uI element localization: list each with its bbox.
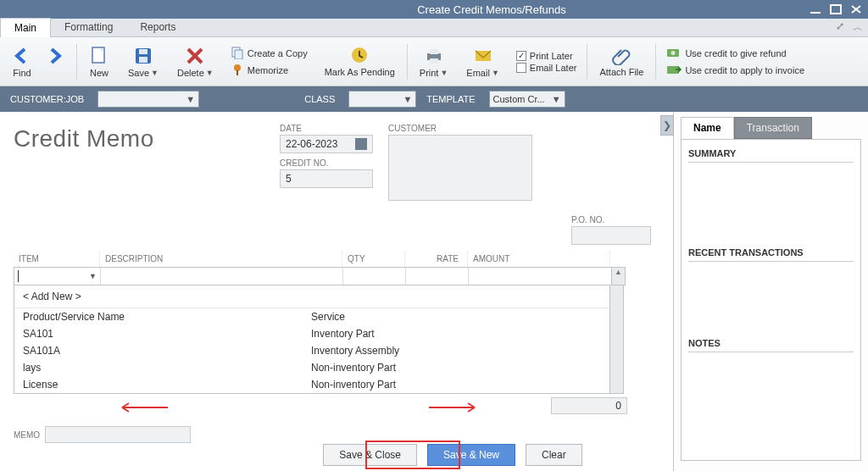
print-later-checkbox[interactable]: Print Later	[516, 51, 577, 61]
printer-icon	[424, 46, 444, 66]
col-qty: QTY	[342, 251, 405, 267]
expand-icon[interactable]: ⤢	[836, 20, 844, 35]
tab-main[interactable]: Main	[0, 18, 51, 37]
toolbar: Find New Save▼ Delete▼ Create a Copy Mem…	[0, 37, 868, 86]
svg-rect-4	[139, 49, 147, 54]
copy-icon	[231, 46, 244, 61]
delete-button[interactable]: Delete▼	[170, 39, 220, 85]
mark-pending-button[interactable]: Mark As Pending	[318, 39, 402, 85]
item-cell[interactable]: ▼	[14, 268, 101, 285]
titlebar: Create Credit Memos/Refunds	[0, 0, 868, 19]
save-button[interactable]: Save▼	[121, 39, 165, 85]
item-dropdown-row[interactable]: LicenseNon-inventory Part	[14, 376, 609, 393]
po-label: P.O. NO.	[571, 215, 651, 224]
scrollbar[interactable]: ▲	[612, 267, 626, 285]
svg-rect-1	[831, 5, 841, 14]
item-dropdown-row[interactable]: SA101AInventory Assembly	[14, 342, 609, 359]
rate-cell[interactable]	[406, 268, 469, 285]
email-later-checkbox[interactable]: Email Later	[516, 63, 577, 73]
memo-input[interactable]	[45, 426, 191, 443]
item-dropdown: < Add New > Product/Service NameServiceS…	[14, 285, 610, 394]
content-area: Credit Memo DATE 22-06-2023 CREDIT NO. 5…	[0, 112, 673, 471]
arrow-right-icon	[44, 46, 64, 66]
print-button[interactable]: Print▼	[413, 39, 455, 85]
new-doc-icon	[89, 46, 109, 66]
copy-memorize-group: Create a Copy Memorize	[225, 46, 313, 78]
memorize-button[interactable]: Memorize	[231, 63, 308, 78]
clear-button[interactable]: Clear	[526, 444, 582, 466]
attach-file-button[interactable]: Attach File	[593, 39, 650, 85]
credit-no-label: CREDIT NO.	[280, 158, 373, 168]
collapse-panel-icon[interactable]: ❯	[660, 115, 674, 136]
class-select[interactable]: ▼	[348, 91, 416, 108]
side-tab-name[interactable]: Name	[681, 117, 734, 139]
po-input[interactable]	[571, 226, 651, 245]
window-title: Create Credit Memos/Refunds	[175, 3, 809, 16]
save-new-button[interactable]: Save & New	[427, 444, 515, 466]
svg-rect-0	[810, 12, 821, 14]
save-icon	[133, 46, 153, 66]
svg-rect-9	[236, 70, 238, 75]
customer-job-label: CUSTOMER:JOB	[10, 94, 84, 104]
svg-point-8	[234, 64, 241, 71]
ribbon-tabs: Main Formatting Reports ⤢ ︿	[0, 19, 868, 37]
credit-actions-group: Use credit to give refund Use credit to …	[661, 46, 810, 78]
credit-no-input[interactable]: 5	[280, 169, 373, 188]
svg-rect-5	[139, 57, 147, 63]
customer-label: CUSTOMER	[388, 124, 532, 133]
col-rate: RATE	[405, 251, 468, 267]
new-button[interactable]: New	[82, 39, 116, 85]
arrow-left-icon	[12, 46, 32, 66]
template-select[interactable]: Custom Cr...▼	[489, 91, 565, 108]
template-label: TEMPLATE	[426, 94, 475, 104]
side-summary-heading: SUMMARY	[688, 148, 854, 163]
maximize-icon[interactable]	[829, 3, 843, 15]
table-row[interactable]: ▼	[14, 267, 612, 285]
side-tab-transaction[interactable]: Transaction	[734, 117, 812, 139]
calendar-icon[interactable]	[355, 138, 367, 150]
date-input[interactable]: 22-06-2023	[280, 135, 373, 153]
col-description: DESCRIPTION	[100, 251, 342, 267]
qty-cell[interactable]	[343, 268, 406, 285]
create-copy-button[interactable]: Create a Copy	[231, 46, 308, 61]
description-cell[interactable]	[101, 268, 343, 285]
side-notes-heading: NOTES	[688, 338, 854, 352]
memo-label: MEMO	[14, 430, 40, 440]
credit-refund-button[interactable]: Use credit to give refund	[666, 46, 804, 61]
item-dropdown-row[interactable]: SA101Inventory Part	[14, 325, 609, 342]
email-icon	[473, 46, 493, 66]
minimize-icon[interactable]	[809, 3, 822, 15]
later-group: Print Later Email Later	[511, 51, 582, 73]
delete-icon	[185, 46, 205, 66]
credit-invoice-button[interactable]: Use credit to apply to invoice	[666, 63, 804, 78]
svg-rect-12	[430, 49, 438, 54]
save-close-button[interactable]: Save & Close	[323, 444, 417, 466]
date-label: DATE	[280, 124, 373, 133]
collapse-ribbon-icon[interactable]: ︿	[853, 20, 863, 35]
line-items-table: ITEM DESCRIPTION QTY RATE AMOUNT ▼ ▲	[14, 251, 659, 394]
tab-reports[interactable]: Reports	[126, 18, 189, 37]
close-icon[interactable]	[849, 3, 863, 15]
svg-rect-13	[430, 58, 438, 64]
apply-invoice-icon	[666, 63, 682, 78]
email-button[interactable]: Email▼	[459, 39, 505, 85]
pending-icon	[349, 45, 370, 65]
item-dropdown-row[interactable]: Product/Service NameService	[14, 308, 609, 325]
side-recent-heading: RECENT TRANSACTIONS	[688, 247, 854, 262]
pin-icon	[231, 63, 244, 78]
chevron-down-icon[interactable]: ▼	[89, 272, 97, 280]
subheader: CUSTOMER:JOB ▼ CLASS ▼ TEMPLATE Custom C…	[0, 86, 868, 112]
customer-display	[388, 135, 532, 201]
paperclip-icon	[611, 45, 632, 65]
customer-job-select[interactable]: ▼	[97, 91, 199, 108]
nav-forward-button[interactable]	[37, 39, 71, 85]
svg-rect-7	[235, 50, 242, 59]
tab-formatting[interactable]: Formatting	[51, 18, 126, 37]
add-new-item[interactable]: < Add New >	[14, 285, 609, 308]
col-item: ITEM	[14, 251, 100, 267]
nav-back-button[interactable]: Find	[5, 39, 39, 85]
item-dropdown-row[interactable]: laysNon-inventory Part	[14, 359, 609, 376]
svg-point-16	[671, 51, 676, 55]
col-amount: AMOUNT	[468, 251, 610, 267]
amount-cell[interactable]	[469, 268, 611, 285]
